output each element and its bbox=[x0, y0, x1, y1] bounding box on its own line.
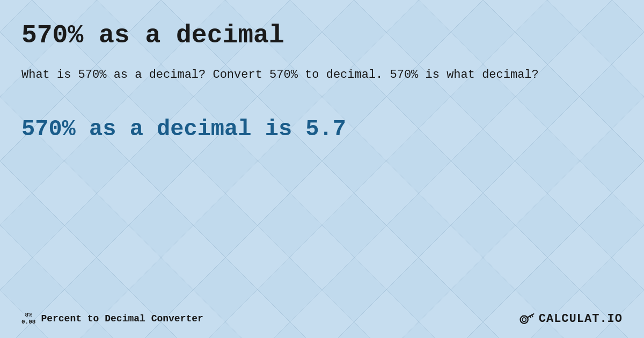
logo-text: CALCULAT.IO bbox=[539, 312, 623, 326]
result-section: 570% as a decimal is 5.7 bbox=[21, 116, 623, 143]
fraction-badge: 8% 0.08 bbox=[21, 312, 35, 326]
page-title: 570% as a decimal bbox=[21, 21, 623, 50]
logo: CALCULAT.IO bbox=[518, 310, 623, 327]
fraction-denominator: 0.08 bbox=[21, 319, 35, 326]
logo-icon bbox=[518, 310, 536, 327]
fraction-numerator: 8% bbox=[25, 312, 32, 319]
footer: 8% 0.08 Percent to Decimal Converter CAL… bbox=[21, 310, 623, 327]
footer-left: 8% 0.08 Percent to Decimal Converter bbox=[21, 312, 203, 326]
svg-point-7 bbox=[522, 318, 526, 321]
converter-label: Percent to Decimal Converter bbox=[41, 313, 203, 324]
result-text: 570% as a decimal is 5.7 bbox=[21, 116, 623, 143]
description-text: What is 570% as a decimal? Convert 570% … bbox=[21, 66, 612, 84]
svg-point-6 bbox=[520, 316, 528, 324]
